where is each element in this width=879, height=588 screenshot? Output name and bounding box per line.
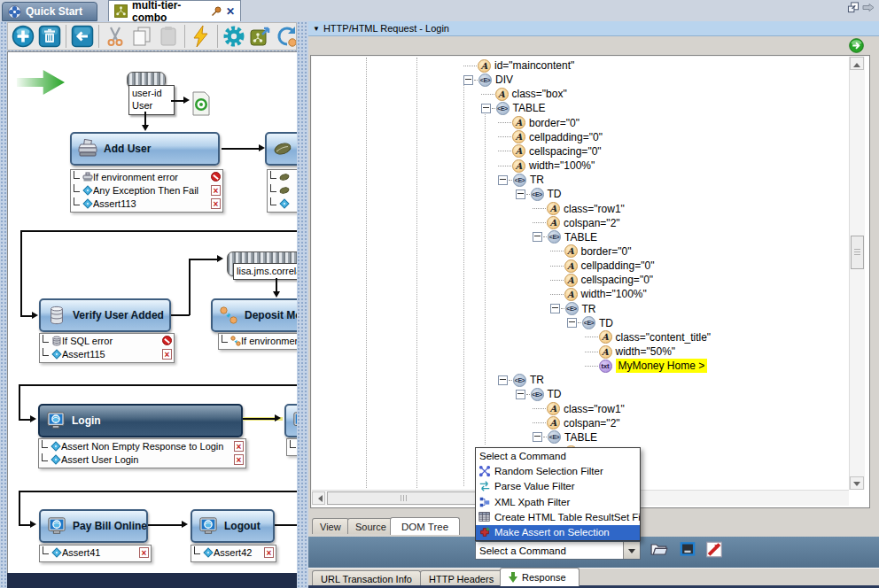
dom-tree-node[interactable]: Aclass="row1" — [533, 402, 625, 416]
tab-url-transaction-info[interactable]: URL Transaction Info — [312, 570, 421, 586]
assertion-item[interactable]: Assert42× — [191, 545, 276, 559]
dom-tree-node[interactable]: <E>TABLE — [533, 230, 597, 244]
command-menu-item[interactable]: Random Selection Filter — [476, 463, 640, 478]
dom-tree-node[interactable]: <E>TABLE — [533, 430, 597, 445]
export-model-icon[interactable] — [249, 25, 272, 48]
pane-splitter[interactable] — [297, 21, 308, 588]
request-panel-header[interactable]: ▼ HTTP/HTML Request - Login — [308, 21, 879, 36]
dom-tree-node[interactable]: Awidth="100%" — [550, 287, 647, 301]
dom-tree-node[interactable]: <E>TABLE — [481, 101, 546, 115]
tree-expander-icon[interactable] — [567, 318, 577, 328]
tree-expander-icon[interactable] — [550, 304, 560, 313]
command-menu-item[interactable]: Make Assert on Selection — [476, 525, 640, 540]
command-menu-item[interactable]: XML Xpath Filter — [476, 494, 640, 509]
workflow-canvas[interactable]: user-id User Add User If environment err… — [7, 51, 298, 575]
step-node-add-user[interactable]: Add User — [70, 132, 220, 166]
dom-tree-node[interactable]: Acellspacing="0" — [498, 144, 602, 159]
dom-tree-node[interactable]: Aclass="content_title" — [585, 330, 712, 344]
tab-quick-start[interactable]: Quick Start — [2, 2, 97, 21]
dom-tree-node[interactable]: Acolspan="2" — [533, 416, 620, 430]
step-node-logout[interactable]: Logout — [191, 509, 275, 543]
dom-tree-node[interactable]: txtMyMoney Home > — [585, 359, 708, 373]
detach-window-icon[interactable] — [847, 2, 860, 13]
tree-expander-icon[interactable] — [533, 232, 542, 242]
assertion-item[interactable]: Assert115× — [40, 347, 174, 360]
dom-tree-node[interactable]: <E>TD — [567, 316, 613, 330]
step-node-next[interactable] — [284, 404, 298, 437]
dom-tree-node[interactable]: Awidth="100%" — [498, 159, 595, 173]
open-folder-icon[interactable] — [650, 541, 668, 558]
dom-tree-node[interactable]: Awidth="50%" — [585, 344, 676, 359]
tab-source[interactable]: Source — [347, 518, 394, 534]
dom-tree-node[interactable]: Acellpadding="0" — [550, 259, 655, 273]
dom-tree-node[interactable]: Acellpadding="0" — [498, 130, 603, 144]
assertion-item[interactable]: Assert Non Empty Response to Login× — [39, 439, 245, 453]
assertion-item[interactable]: If SQL error — [40, 334, 174, 347]
forward-icon[interactable] — [862, 2, 875, 13]
dom-tree-node[interactable]: <E>TD — [516, 187, 562, 201]
back-icon[interactable] — [71, 25, 94, 48]
assertion-item[interactable]: Any Exception Then Fail× — [71, 183, 222, 197]
dom-tree-node[interactable]: <E>TR — [550, 302, 596, 316]
dom-tree-node[interactable]: <E>TD — [516, 387, 562, 401]
tree-expander-icon[interactable] — [481, 104, 491, 113]
tree-expander-icon[interactable] — [498, 375, 508, 385]
run-icon[interactable] — [190, 25, 213, 48]
scrollbar-thumb[interactable] — [851, 236, 864, 269]
dom-tree-node[interactable]: <E>TR — [498, 373, 544, 387]
go-icon[interactable] — [849, 38, 864, 53]
vertical-scrollbar[interactable] — [849, 57, 865, 490]
jms-label[interactable]: lisa.jms.correla — [233, 263, 298, 280]
close-tab-icon[interactable]: ✕ — [226, 6, 235, 17]
tree-expander-icon[interactable] — [498, 175, 508, 185]
monitor-icon[interactable] — [679, 541, 696, 558]
scrollbar-thumb[interactable] — [327, 491, 483, 505]
step-node-login[interactable]: Login — [38, 404, 243, 437]
assertion-item[interactable]: If environment error — [71, 170, 222, 183]
step-node-bean[interactable] — [265, 132, 298, 166]
step-node-deposit[interactable]: Deposit Mo — [211, 298, 298, 332]
settings-gear-icon[interactable] — [222, 25, 245, 48]
collapse-caret-icon[interactable]: ▼ — [313, 25, 320, 33]
assertion-item[interactable]: Assert User Login× — [39, 453, 245, 466]
assertion-item[interactable] — [268, 197, 298, 210]
assertion-item[interactable]: If environmen — [219, 334, 298, 347]
command-combobox[interactable]: Select a Command — [475, 541, 641, 560]
dom-tree-node[interactable]: Acolspan="2" — [533, 216, 620, 230]
command-menu-item[interactable]: Parse Value Filter — [476, 479, 640, 494]
tab-http-headers[interactable]: HTTP Headers — [420, 570, 502, 586]
paste-icon[interactable] — [157, 25, 180, 48]
assertion-item[interactable]: Assert113× — [71, 197, 222, 210]
step-node-verify-user-added[interactable]: Verify User Added — [39, 298, 171, 332]
chevron-down-icon[interactable] — [623, 542, 640, 559]
tab-view[interactable]: View — [312, 518, 349, 534]
dom-tree-node[interactable]: Aborder="0" — [550, 244, 632, 259]
copy-icon[interactable] — [130, 25, 153, 48]
edit-red-icon[interactable] — [705, 541, 723, 558]
step-node-pay-bill-online[interactable]: Pay Bill Online — [39, 509, 148, 543]
cut-icon[interactable] — [104, 25, 127, 48]
dom-tree-node[interactable]: Aclass="box" — [481, 87, 567, 101]
pin-icon[interactable] — [211, 6, 222, 17]
dom-tree-node[interactable]: Aid="maincontent" — [463, 58, 574, 73]
tab-multi-tier-combo[interactable]: multi-tier-combo ✕ — [108, 0, 241, 21]
dom-tree-panel[interactable]: Aid="maincontent"<E>DIVAclass="box"<E>TA… — [310, 55, 870, 508]
tree-expander-icon[interactable] — [516, 190, 525, 199]
assertion-item[interactable] — [268, 183, 298, 197]
dom-tree-node[interactable]: Acellspacing="0" — [550, 273, 654, 287]
dataset-label[interactable]: user-id User — [128, 85, 175, 115]
document-output-icon[interactable] — [191, 91, 212, 116]
dom-tree-node[interactable]: Aborder="0" — [498, 116, 580, 130]
revert-icon[interactable] — [276, 25, 297, 48]
dom-tree-node[interactable]: <E>DIV — [463, 73, 513, 87]
tree-expander-icon[interactable] — [463, 75, 473, 85]
dom-tree-node[interactable]: Aclass="row1" — [533, 202, 625, 216]
dom-tree-node[interactable]: <E>TR — [498, 173, 544, 187]
tree-expander-icon[interactable] — [516, 390, 525, 399]
assertion-item[interactable] — [268, 170, 298, 183]
assertion-item[interactable]: Assert41× — [40, 545, 151, 559]
command-menu-item[interactable]: Create HTML Table ResultSet Filter — [476, 509, 640, 524]
add-icon[interactable] — [12, 25, 35, 48]
delete-icon[interactable] — [38, 25, 61, 48]
tree-expander-icon[interactable] — [533, 432, 542, 442]
